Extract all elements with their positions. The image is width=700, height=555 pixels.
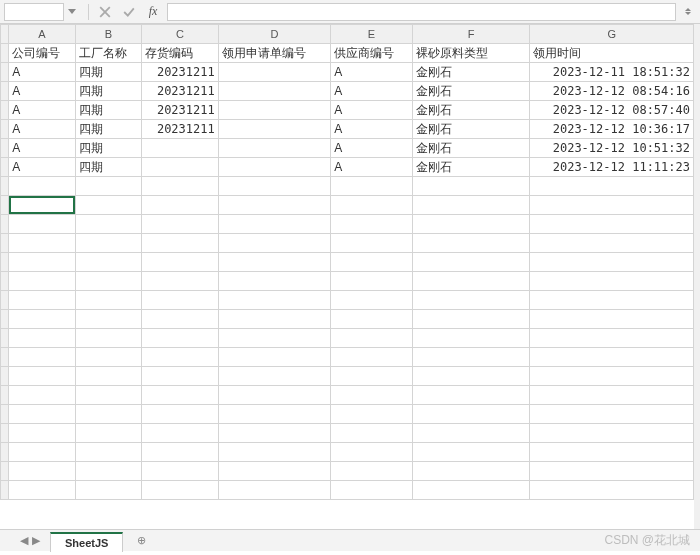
- cell[interactable]: [75, 348, 141, 367]
- cell[interactable]: 2023-12-12 08:57:40: [530, 101, 694, 120]
- cell[interactable]: [218, 291, 330, 310]
- cell[interactable]: [218, 367, 330, 386]
- cell[interactable]: A: [9, 120, 75, 139]
- cell[interactable]: [218, 462, 330, 481]
- row-header[interactable]: [1, 386, 9, 405]
- row-header[interactable]: [1, 177, 9, 196]
- cell[interactable]: [142, 424, 219, 443]
- cell[interactable]: [218, 481, 330, 500]
- cell[interactable]: [218, 158, 330, 177]
- cell[interactable]: [331, 253, 413, 272]
- cell[interactable]: [75, 386, 141, 405]
- cell[interactable]: [218, 139, 330, 158]
- cell[interactable]: [75, 424, 141, 443]
- cell[interactable]: 四期: [75, 63, 141, 82]
- cell[interactable]: [9, 405, 75, 424]
- cell[interactable]: [530, 329, 694, 348]
- cell[interactable]: [530, 367, 694, 386]
- column-header-A[interactable]: A: [9, 25, 75, 44]
- cell[interactable]: [218, 329, 330, 348]
- cell[interactable]: [142, 310, 219, 329]
- cell[interactable]: [142, 139, 219, 158]
- fx-icon[interactable]: fx: [143, 3, 163, 21]
- cell[interactable]: [331, 405, 413, 424]
- cell[interactable]: [75, 329, 141, 348]
- row-header[interactable]: [1, 272, 9, 291]
- cell[interactable]: [412, 367, 530, 386]
- cell[interactable]: 金刚石: [412, 101, 530, 120]
- cell[interactable]: 20231211: [142, 101, 219, 120]
- cell[interactable]: 四期: [75, 101, 141, 120]
- cell[interactable]: [142, 367, 219, 386]
- header-cell[interactable]: 工厂名称: [75, 44, 141, 63]
- cell[interactable]: [412, 405, 530, 424]
- name-box-dropdown-icon[interactable]: [68, 9, 76, 14]
- cell[interactable]: [142, 272, 219, 291]
- row-header[interactable]: [1, 481, 9, 500]
- cell[interactable]: [75, 310, 141, 329]
- row-header[interactable]: [1, 139, 9, 158]
- cell[interactable]: [530, 481, 694, 500]
- row-header[interactable]: [1, 82, 9, 101]
- cell[interactable]: [9, 234, 75, 253]
- cell[interactable]: [412, 462, 530, 481]
- add-sheet-icon[interactable]: ⊕: [129, 534, 153, 547]
- cell[interactable]: [142, 253, 219, 272]
- cell[interactable]: [218, 272, 330, 291]
- cell[interactable]: A: [331, 101, 413, 120]
- cell[interactable]: 金刚石: [412, 139, 530, 158]
- header-cell[interactable]: 公司编号: [9, 44, 75, 63]
- header-cell[interactable]: 存货编码: [142, 44, 219, 63]
- cell[interactable]: [331, 481, 413, 500]
- cell[interactable]: [9, 253, 75, 272]
- cell[interactable]: [331, 272, 413, 291]
- cell[interactable]: [331, 443, 413, 462]
- cell[interactable]: [412, 272, 530, 291]
- cell[interactable]: [142, 443, 219, 462]
- cell[interactable]: 金刚石: [412, 63, 530, 82]
- row-header[interactable]: [1, 310, 9, 329]
- row-header[interactable]: [1, 348, 9, 367]
- cell[interactable]: [412, 253, 530, 272]
- cell[interactable]: [412, 291, 530, 310]
- cell[interactable]: [331, 386, 413, 405]
- row-header[interactable]: [1, 120, 9, 139]
- cell[interactable]: [9, 348, 75, 367]
- cell[interactable]: [412, 443, 530, 462]
- header-cell[interactable]: 领用申请单编号: [218, 44, 330, 63]
- cell[interactable]: [412, 177, 530, 196]
- cell[interactable]: [75, 405, 141, 424]
- row-header[interactable]: [1, 291, 9, 310]
- cell[interactable]: [142, 329, 219, 348]
- cell[interactable]: A: [9, 139, 75, 158]
- row-header[interactable]: [1, 367, 9, 386]
- cell[interactable]: [218, 424, 330, 443]
- cell[interactable]: [530, 386, 694, 405]
- cell[interactable]: [331, 424, 413, 443]
- row-header[interactable]: [1, 158, 9, 177]
- cell[interactable]: [75, 291, 141, 310]
- cell[interactable]: [218, 253, 330, 272]
- header-cell[interactable]: 裸砂原料类型: [412, 44, 530, 63]
- cell[interactable]: [412, 234, 530, 253]
- cell[interactable]: [9, 329, 75, 348]
- cell[interactable]: [331, 329, 413, 348]
- cell[interactable]: [412, 424, 530, 443]
- cell[interactable]: 2023-12-12 10:51:32: [530, 139, 694, 158]
- cell[interactable]: [530, 443, 694, 462]
- column-header-F[interactable]: F: [412, 25, 530, 44]
- row-header[interactable]: [1, 424, 9, 443]
- cell[interactable]: 20231211: [142, 120, 219, 139]
- cell[interactable]: [530, 253, 694, 272]
- enter-icon[interactable]: [119, 3, 139, 21]
- cell[interactable]: [75, 272, 141, 291]
- cell[interactable]: [331, 234, 413, 253]
- cell[interactable]: [142, 177, 219, 196]
- cell[interactable]: A: [9, 82, 75, 101]
- cell[interactable]: 金刚石: [412, 120, 530, 139]
- cell[interactable]: [218, 63, 330, 82]
- cell[interactable]: [142, 215, 219, 234]
- cell[interactable]: 金刚石: [412, 158, 530, 177]
- cell[interactable]: [530, 310, 694, 329]
- cell[interactable]: 四期: [75, 158, 141, 177]
